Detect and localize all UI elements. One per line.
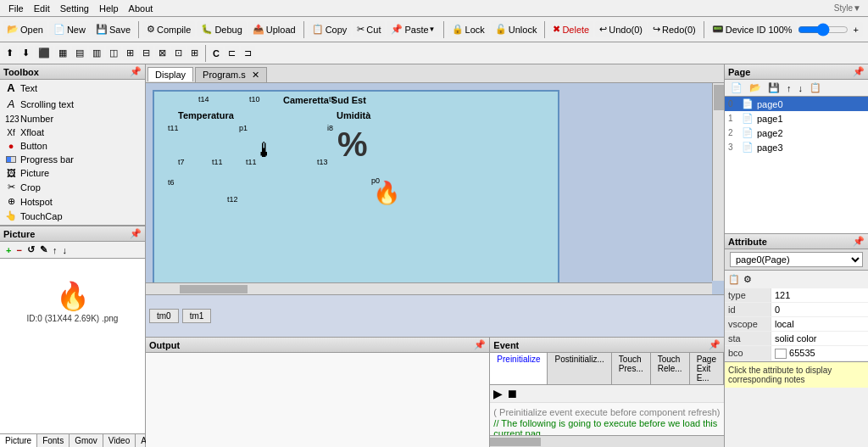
pic-refresh-btn[interactable]: ↺	[25, 243, 37, 256]
event-scroll-thumb[interactable]	[490, 438, 541, 446]
pic-tab-gmov[interactable]: Gmov	[70, 434, 103, 447]
pic-remove-btn[interactable]: −	[14, 244, 24, 256]
copy-button[interactable]: 📋 Copy	[308, 21, 352, 37]
event-run-btn[interactable]: ▶	[493, 387, 503, 400]
thumbnail-tm0[interactable]: tm0	[149, 309, 179, 323]
debug-button[interactable]: 🐛 Debug	[197, 21, 246, 37]
c-btn[interactable]: C	[209, 47, 223, 60]
picture-panel-pin[interactable]: 📌	[130, 228, 142, 239]
event-tab-postinit[interactable]: Postinitializ...	[548, 353, 611, 384]
page-item-1[interactable]: 1 📄 page1	[725, 111, 868, 126]
page-item-0[interactable]: 0 📄 page0	[725, 97, 868, 111]
align-left-btn[interactable]: ⬆	[3, 46, 17, 60]
new-button[interactable]: 📄 New	[49, 21, 90, 37]
attr-val-id[interactable]: 0	[771, 303, 868, 316]
style-label[interactable]: Style▼	[834, 3, 865, 13]
menu-edit[interactable]: Edit	[29, 2, 55, 15]
touchcap-tool[interactable]: 👆 TouchCap	[0, 209, 145, 223]
page-item-3[interactable]: 3 📄 page3	[725, 140, 868, 154]
attr-color-swatch[interactable]	[775, 349, 787, 359]
event-scrollbar[interactable]	[490, 435, 724, 447]
same-height-btn[interactable]: ⊠	[155, 46, 170, 60]
compile-button[interactable]: ⚙ Compile	[142, 21, 195, 37]
pic-add-btn[interactable]: +	[3, 244, 14, 256]
page-item-2[interactable]: 2 📄 page2	[725, 126, 868, 140]
pic-tab-fonts[interactable]: Fonts	[37, 434, 70, 447]
button-tool[interactable]: ● Button	[0, 139, 145, 153]
attr-val-sta[interactable]: solid color	[771, 332, 868, 345]
undo-button[interactable]: ↩ Undo(0)	[595, 21, 647, 37]
attr-icon1[interactable]: 📋	[728, 274, 740, 285]
align-top-btn[interactable]: ⬛	[35, 46, 53, 60]
page-add-btn[interactable]: 📄	[728, 81, 745, 94]
attr-icon2[interactable]: ⚙	[743, 274, 752, 285]
zoom-plus-button[interactable]: +	[849, 22, 863, 37]
pic-edit-btn[interactable]: ✎	[37, 243, 50, 256]
misc-btn2[interactable]: ⊐	[241, 46, 255, 60]
lock-button[interactable]: 🔒 Lock	[448, 21, 489, 37]
page-copy-btn[interactable]: 📋	[807, 81, 824, 94]
zoom-slider[interactable]	[798, 23, 849, 36]
event-tab-touchrel[interactable]: Touch Rele...	[651, 353, 690, 384]
attr-component-select[interactable]: page0(Page)	[730, 252, 863, 267]
v-scroll-thumb[interactable]	[714, 85, 724, 110]
same-width-btn[interactable]: ⊟	[139, 46, 153, 60]
pic-tab-picture[interactable]: Picture	[0, 434, 37, 447]
misc-btn1[interactable]: ⊏	[225, 46, 239, 60]
distribute-h-btn[interactable]: ◫	[106, 46, 121, 60]
menu-file[interactable]: File	[3, 2, 29, 15]
progress-bar-tool[interactable]: Progress bar	[0, 153, 145, 166]
delete-button[interactable]: ✖ Delete	[548, 21, 593, 37]
align-middle-btn[interactable]: ▥	[89, 46, 104, 60]
attr-val-type[interactable]: 121	[771, 288, 868, 302]
unlock-button[interactable]: 🔓 Unlock	[491, 21, 542, 37]
picture-tool[interactable]: 🖼 Picture	[0, 166, 145, 180]
event-pin[interactable]: 📌	[709, 339, 721, 350]
tab-close-btn[interactable]: ✕	[252, 70, 259, 80]
event-tab-preinit[interactable]: Preinitialize	[490, 353, 548, 384]
menu-about[interactable]: About	[124, 2, 159, 15]
scrolling-text-tool[interactable]: A Scrolling text	[0, 96, 145, 112]
page-pin[interactable]: 📌	[853, 66, 865, 77]
tab-programs[interactable]: Program.s ✕	[195, 67, 267, 82]
menu-setting[interactable]: Setting	[55, 2, 94, 15]
menu-help[interactable]: Help	[94, 2, 124, 15]
xfloat-tool[interactable]: Xf Xfloat	[0, 126, 145, 139]
output-pin[interactable]: 📌	[474, 339, 486, 350]
event-tab-pageexit[interactable]: Page Exit E...	[690, 353, 724, 384]
tab-display[interactable]: Display	[147, 67, 193, 81]
page-down-btn[interactable]: ↓	[796, 82, 806, 94]
distribute-v-btn[interactable]: ⊞	[123, 46, 137, 60]
redo-button[interactable]: ↪ Redo(0)	[648, 21, 700, 37]
vertical-scrollbar[interactable]	[712, 83, 724, 281]
pic-down-btn[interactable]: ↓	[59, 244, 70, 256]
save-button[interactable]: 💾 Save	[92, 21, 135, 37]
page-open-btn[interactable]: 📂	[747, 81, 764, 94]
cut-button[interactable]: ✂ Cut	[353, 21, 385, 37]
pic-tab-video[interactable]: Video	[103, 434, 136, 447]
attr-pin[interactable]: 📌	[853, 236, 865, 247]
align-bottom-btn[interactable]: ▦	[55, 46, 70, 60]
align-center-btn[interactable]: ▤	[72, 46, 87, 60]
hotspot-tool[interactable]: ⊕ Hotspot	[0, 194, 145, 209]
toolbox-pin[interactable]: 📌	[130, 66, 142, 77]
group-btn[interactable]: ⊞	[187, 46, 202, 60]
thumbnail-tm1[interactable]: tm1	[182, 309, 212, 323]
page-up-btn[interactable]: ↑	[784, 82, 794, 94]
device-id-button[interactable]: 📟 Device ID 100%	[708, 21, 797, 37]
attr-val-vscope[interactable]: local	[771, 317, 868, 331]
page-save-btn[interactable]: 💾	[765, 81, 782, 94]
number-tool[interactable]: 123 Number	[0, 112, 145, 126]
same-size-btn[interactable]: ⊡	[171, 46, 186, 60]
event-tab-touchpres[interactable]: Touch Pres...	[612, 353, 651, 384]
pic-up-btn[interactable]: ↑	[50, 244, 60, 256]
text-tool[interactable]: A Text	[0, 80, 145, 96]
design-canvas[interactable]: t14 Temperatura t10 t5 Cameretta Sud Est…	[153, 90, 559, 294]
open-button[interactable]: 📂 Open	[3, 21, 47, 37]
upload-button[interactable]: 📤 Upload	[248, 21, 300, 37]
horizontal-scrollbar[interactable]	[146, 282, 712, 294]
event-stop-btn[interactable]: ⏹	[506, 387, 518, 400]
crop-tool[interactable]: ✂ Crop	[0, 180, 145, 194]
h-scroll-thumb[interactable]	[180, 285, 248, 293]
align-right-btn[interactable]: ⬇	[19, 46, 33, 60]
